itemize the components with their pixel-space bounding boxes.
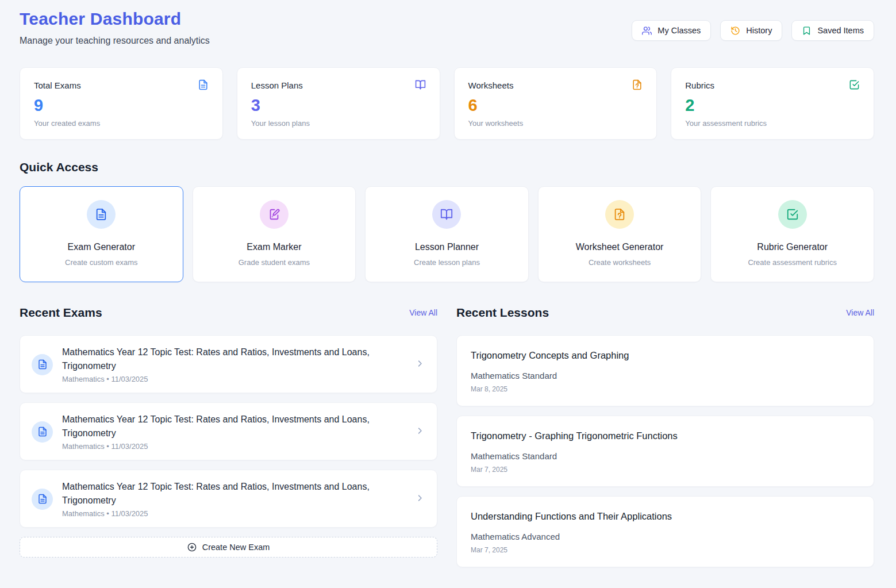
- create-new-exam-label: Create New Exam: [202, 543, 270, 552]
- exam-meta: Mathematics • 11/03/2025: [62, 509, 406, 518]
- file-question-icon: [613, 208, 626, 221]
- lesson-title: Understanding Functions and Their Applic…: [471, 511, 860, 522]
- page-header-titles: Teacher Dashboard Manage your teaching r…: [20, 9, 210, 46]
- stat-label: Rubrics: [685, 80, 714, 90]
- stat-value: 6: [468, 96, 643, 115]
- quick-card-description: Create worksheets: [545, 258, 694, 267]
- quick-card-title: Exam Marker: [200, 242, 349, 252]
- quick-card-title: Lesson Planner: [372, 242, 521, 252]
- quick-card-title: Rubric Generator: [718, 242, 867, 252]
- stat-description: Your lesson plans: [251, 119, 426, 128]
- book-open-icon: [440, 208, 453, 221]
- exam-meta: Mathematics • 11/03/2025: [62, 442, 406, 451]
- chevron-right-icon: [416, 494, 424, 502]
- quick-access-heading: Quick Access: [20, 160, 874, 174]
- history-label: History: [746, 26, 772, 35]
- check-square-icon: [786, 208, 799, 221]
- stat-value: 9: [34, 96, 209, 115]
- recent-lessons-heading: Recent Lessons: [456, 306, 549, 320]
- exam-icon-circle: [32, 354, 53, 375]
- stat-description: Your worksheets: [468, 119, 643, 128]
- saved-items-label: Saved Items: [817, 26, 864, 35]
- plus-circle-icon: [187, 543, 197, 552]
- page-title: Teacher Dashboard: [20, 9, 210, 29]
- dashboard-page: Teacher Dashboard Manage your teaching r…: [0, 0, 896, 588]
- stat-label: Worksheets: [468, 80, 514, 90]
- file-edit-icon: [268, 208, 280, 221]
- quick-card-rubric-generator[interactable]: Rubric Generator Create assessment rubri…: [710, 186, 874, 282]
- recent-lessons-view-all-link[interactable]: View All: [846, 308, 874, 317]
- file-text-icon: [198, 79, 209, 90]
- exam-list-item[interactable]: Mathematics Year 12 Topic Test: Rates an…: [20, 470, 437, 528]
- quick-card-description: Create custom exams: [27, 258, 176, 267]
- stat-description: Your created exams: [34, 119, 209, 128]
- exam-meta: Mathematics • 11/03/2025: [62, 375, 406, 383]
- stat-card-worksheets: Worksheets 6 Your worksheets: [454, 67, 657, 140]
- stat-description: Your assessment rubrics: [685, 119, 860, 128]
- exam-title: Mathematics Year 12 Topic Test: Rates an…: [62, 345, 406, 373]
- lesson-date: Mar 7, 2025: [471, 546, 860, 554]
- quick-card-lesson-planner[interactable]: Lesson Planner Create lesson plans: [365, 186, 529, 282]
- quick-access-row: Exam Generator Create custom exams Exam …: [20, 186, 874, 282]
- quick-card-description: Create assessment rubrics: [718, 258, 867, 267]
- lesson-title: Trigonometry Concepts and Graphing: [471, 350, 860, 361]
- lesson-card[interactable]: Trigonometry Concepts and Graphing Mathe…: [456, 335, 874, 406]
- history-icon: [730, 26, 740, 36]
- recent-lessons-section: Recent Lessons View All Trigonometry Con…: [456, 306, 874, 577]
- quick-card-description: Grade student exams: [200, 258, 349, 267]
- exam-title: Mathematics Year 12 Topic Test: Rates an…: [62, 413, 406, 440]
- recent-exams-section: Recent Exams View All Mathematics Year 1…: [20, 306, 437, 577]
- stat-label: Total Exams: [34, 80, 81, 90]
- stat-card-rubrics: Rubrics 2 Your assessment rubrics: [671, 67, 874, 140]
- my-classes-button[interactable]: My Classes: [632, 20, 711, 41]
- file-text-icon: [37, 359, 48, 370]
- quick-card-title: Worksheet Generator: [545, 242, 694, 252]
- recent-exams-heading: Recent Exams: [20, 306, 102, 320]
- file-text-icon: [37, 494, 48, 504]
- lesson-subject: Mathematics Standard: [471, 451, 860, 461]
- saved-items-button[interactable]: Saved Items: [791, 20, 874, 41]
- history-button[interactable]: History: [720, 20, 782, 41]
- lesson-title: Trigonometry - Graphing Trigonometric Fu…: [471, 431, 860, 441]
- chevron-right-icon: [416, 426, 424, 435]
- users-icon: [642, 26, 652, 36]
- lesson-card[interactable]: Understanding Functions and Their Applic…: [456, 496, 874, 567]
- exam-icon-circle: [32, 421, 53, 443]
- quick-card-exam-generator[interactable]: Exam Generator Create custom exams: [20, 186, 183, 282]
- quick-card-worksheet-generator[interactable]: Worksheet Generator Create worksheets: [538, 186, 702, 282]
- page-subtitle: Manage your teaching resources and analy…: [20, 36, 210, 46]
- quick-card-title: Exam Generator: [27, 242, 176, 252]
- create-new-exam-button[interactable]: Create New Exam: [20, 537, 437, 558]
- exam-list-item[interactable]: Mathematics Year 12 Topic Test: Rates an…: [20, 402, 437, 460]
- stat-value: 2: [685, 96, 860, 115]
- exam-list-item[interactable]: Mathematics Year 12 Topic Test: Rates an…: [20, 335, 437, 393]
- stat-card-total-exams: Total Exams 9 Your created exams: [20, 67, 223, 140]
- chevron-right-icon: [416, 359, 424, 368]
- exam-icon-circle: [32, 489, 53, 510]
- lesson-date: Mar 8, 2025: [471, 385, 860, 393]
- stat-label: Lesson Plans: [251, 80, 303, 90]
- bookmark-icon: [802, 26, 812, 36]
- header-actions: My Classes History Saved Items: [632, 20, 874, 41]
- stat-value: 3: [251, 96, 426, 115]
- quick-card-description: Create lesson plans: [372, 258, 521, 267]
- book-open-icon: [415, 79, 426, 90]
- lesson-date: Mar 7, 2025: [471, 466, 860, 474]
- lesson-card[interactable]: Trigonometry - Graphing Trigonometric Fu…: [456, 416, 874, 487]
- page-header: Teacher Dashboard Manage your teaching r…: [20, 9, 874, 46]
- stat-card-lesson-plans: Lesson Plans 3 Your lesson plans: [237, 67, 440, 140]
- lesson-subject: Mathematics Advanced: [471, 532, 860, 541]
- file-text-icon: [37, 426, 48, 437]
- file-question-icon: [632, 79, 643, 90]
- lesson-subject: Mathematics Standard: [471, 371, 860, 381]
- stats-row: Total Exams 9 Your created exams Lesson …: [20, 67, 874, 140]
- my-classes-label: My Classes: [657, 26, 701, 35]
- exam-title: Mathematics Year 12 Topic Test: Rates an…: [62, 480, 406, 508]
- file-text-icon: [95, 208, 107, 221]
- recent-exams-view-all-link[interactable]: View All: [409, 308, 437, 317]
- check-square-icon: [849, 79, 860, 90]
- quick-card-exam-marker[interactable]: Exam Marker Grade student exams: [193, 186, 356, 282]
